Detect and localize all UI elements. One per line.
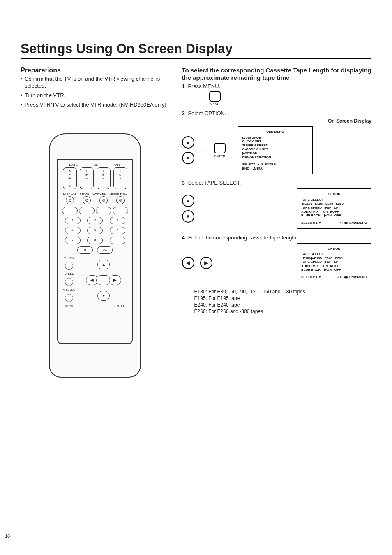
osd-footer-left: SELECT:▲▼ [301, 275, 321, 279]
remote-label: CANCEL [92, 192, 106, 195]
step-text: Select OPTION. [188, 110, 226, 116]
tape-desc: For E195 tape [208, 295, 240, 301]
osd-line: TAPE SPEED ▶SP LP [301, 206, 367, 210]
numpad-btn: 8 [87, 237, 103, 244]
prep-bullet: Turn on the VTR. [21, 92, 170, 99]
osd-item: DEMONSTRATION [242, 156, 308, 160]
remote-side-label: VTR/TV [64, 256, 74, 259]
enter-button-icon [214, 143, 226, 153]
step-2: 2 Select OPTION. [182, 110, 371, 116]
step-text: Select TAPE SELECT. [188, 180, 241, 186]
remote-side-btn [65, 262, 73, 270]
osd-option-box: OPTION TAPE SELECT E180 ▶E195 E240 E260 … [297, 243, 371, 283]
osd-item: TUNER PRESET [242, 144, 308, 148]
osd-item: ▶OPTION [242, 151, 308, 156]
osd-footer-left: SELECT :▲▼ ENTER [242, 163, 276, 167]
remote-label-date: DATE [69, 163, 78, 167]
remote-small-btn: ⊙ [83, 196, 91, 204]
osd-footer-right: END :MENU [242, 167, 308, 171]
osd-line: TAPE SPEED ▶SP LP [301, 260, 367, 264]
remote-bottom-enter: ENTER [114, 304, 125, 308]
remote-label: TIMER REC [109, 192, 127, 195]
tape-code: E260: [194, 309, 207, 314]
osd-footer-right: -/+ :◀▶ END:MENU [337, 275, 367, 279]
cassette-heading: To select the corresponding Cassette Tap… [182, 67, 371, 81]
numpad-btn: 3 [110, 217, 125, 224]
step-number: 2 [182, 110, 185, 116]
tape-code: E195: [194, 295, 207, 301]
arrow-left-icon: ◀ [182, 257, 194, 269]
step-number: 1 [182, 83, 185, 89]
numpad-btn: 5 [87, 227, 103, 234]
remote-transport-btn [96, 207, 111, 214]
tape-desc: For E30, -60, -90, -120, -150 and -180 t… [208, 289, 305, 295]
remote-side-label: TV SELECT [61, 288, 77, 291]
osd-line: TAPE SELECT [301, 198, 367, 202]
numpad-btn: 9 [110, 237, 125, 244]
remote-control-illustration: DATE ON OFF ∧+⊙−∨ +⊙− +⊙− +⊙− DISPLAY PR… [49, 133, 141, 378]
step-4: 4 Select the corresponding cassette tape… [182, 235, 371, 241]
preparations-list: Confirm that the TV is on and the VTR vi… [21, 76, 170, 109]
arrow-right-icon: ▶ [200, 257, 212, 269]
prep-bullet: Confirm that the TV is on and the VTR vi… [21, 76, 170, 90]
remote-small-btn: ⊙ [66, 196, 74, 204]
remote-side-btn [65, 278, 73, 286]
osd-heading: On Screen Display [182, 118, 371, 124]
tape-length-list: E180: For E30, -60, -90, -120, -150 and … [194, 289, 371, 314]
step-text: Select the corresponding cassette tape l… [188, 235, 297, 241]
remote-label-off: OFF [114, 163, 121, 167]
nav-up-icon: ▲ [97, 260, 110, 269]
numpad-btn: 0 [77, 246, 93, 254]
osd-line: BLUE BACK ▶ON OFF [301, 214, 367, 218]
remote-transport-btn [62, 207, 78, 214]
osd-item: LANGUAGE [242, 136, 308, 140]
osd-option-box: OPTION TAPE SELECT ▶E180 E195 E240 E260 … [297, 188, 371, 228]
osd-title: OPTION [301, 192, 367, 196]
osd-line: AUDIO MIX ON ▶OFF [301, 264, 367, 268]
osd-item: G-CODE CH SET [242, 147, 308, 151]
remote-btn-group: +⊙− [80, 167, 94, 189]
osd-footer-right: -/+ :◀▶ END:MENU [337, 221, 367, 225]
osd-line: TAPE SELECT [301, 252, 367, 256]
step-3: 3 Select TAPE SELECT. [182, 180, 371, 186]
step-text: Press MENU. [188, 83, 220, 89]
osd-item: CLOCK SET [242, 139, 308, 144]
title-rule [21, 58, 371, 59]
osd-title: OPTION [301, 247, 367, 251]
remote-btn-group: ∧+⊙−∨ [63, 167, 77, 189]
remote-transport-btn [79, 207, 95, 214]
tape-desc: For E240 tape [208, 302, 240, 308]
remote-side-label: SPEED [64, 272, 74, 275]
remote-label-on: ON [94, 163, 99, 167]
remote-label: PROG [80, 192, 90, 195]
menu-button-caption: MENU [210, 102, 220, 106]
remote-btn-group: +⊙− [97, 167, 111, 189]
menu-button-icon [209, 91, 221, 102]
remote-small-btn: ⊙ [99, 196, 108, 204]
preparations-heading: Preparations [21, 67, 170, 74]
tape-code: E240: [194, 302, 207, 308]
tape-desc: For E260 and -300 tapes [208, 309, 263, 314]
page-title: Settings Using On Screen Display [21, 41, 371, 56]
osd-menu-box: OSD MENU LANGUAGE CLOCK SET TUNER PRESET… [238, 126, 313, 174]
osd-line: AUDIO MIX ON ▶OFF [301, 210, 367, 214]
remote-label: DISPLAY [63, 192, 76, 195]
osd-line: BLUE BACK ▶ON OFF [301, 268, 367, 272]
enter-caption: ENTER [214, 154, 225, 158]
remote-transport-btn [113, 207, 128, 214]
remote-small-btn: ⊙ [116, 196, 125, 204]
tape-code: E180: [194, 289, 207, 295]
osd-footer-left: SELECT:▲▼ [301, 221, 321, 225]
arrow-down-icon: ▼ [182, 152, 194, 164]
arrow-up-icon: ▲ [182, 195, 194, 207]
nav-down-icon: ▼ [97, 291, 110, 301]
remote-bottom-menu: MENU [65, 304, 74, 308]
step-number: 4 [182, 235, 185, 241]
numpad-btn: 1 [65, 217, 81, 224]
numpad-btn: 2 [87, 217, 103, 224]
numpad-btn: 6 [110, 227, 125, 234]
arrow-up-icon: ▲ [182, 136, 194, 149]
arrow-down-icon: ▼ [182, 210, 194, 223]
step-1: 1 Press MENU. [182, 83, 371, 89]
arrow-right-icon: ⇨ [202, 147, 207, 153]
